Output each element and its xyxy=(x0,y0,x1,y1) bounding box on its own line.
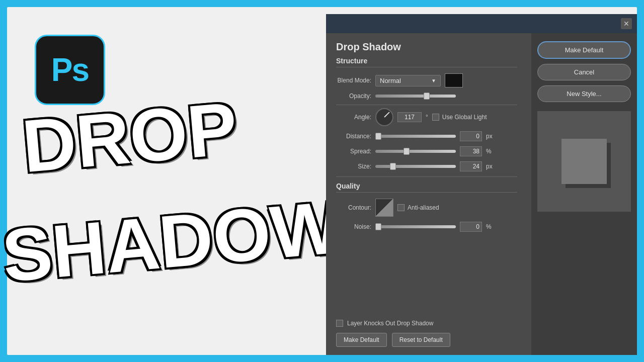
spread-label: Spread: xyxy=(336,148,371,155)
color-swatch[interactable] xyxy=(445,73,463,87)
angle-input[interactable] xyxy=(397,112,422,122)
dialog-panel: Drop Shadow Structure Blend Mode: Normal… xyxy=(326,33,637,355)
noise-slider[interactable] xyxy=(375,225,456,228)
dropdown-arrow-icon: ▼ xyxy=(431,78,436,83)
spread-unit: % xyxy=(486,148,492,155)
size-label: Size: xyxy=(336,163,371,170)
angle-degree-icon: ° xyxy=(426,114,428,121)
structure-section-title: Structure xyxy=(336,57,517,67)
angle-row: Angle: ° Use Global Light xyxy=(336,108,517,126)
angle-dial[interactable] xyxy=(375,108,393,126)
blend-mode-dropdown[interactable]: Normal ▼ xyxy=(375,75,441,86)
dialog-right: Make Default Cancel New Style... xyxy=(531,33,637,355)
dialog-left: Drop Shadow Structure Blend Mode: Normal… xyxy=(326,33,527,355)
opacity-row: Opacity: xyxy=(336,93,517,100)
drop-text: DROP xyxy=(19,91,240,184)
opacity-thumb[interactable] xyxy=(424,93,430,100)
distance-thumb[interactable] xyxy=(375,133,381,140)
contour-row: Contour: Anti-aliased xyxy=(336,199,517,217)
quality-section-title: Quality xyxy=(336,182,517,193)
size-input[interactable] xyxy=(460,161,482,171)
noise-label: Noise: xyxy=(336,223,371,230)
reset-default-button[interactable]: Reset to Default xyxy=(392,333,450,347)
angle-dial-indicator xyxy=(384,112,389,117)
blend-mode-value: Normal xyxy=(380,77,401,84)
angle-label: Angle: xyxy=(336,114,371,121)
make-default-right-button[interactable]: Make Default xyxy=(537,41,631,59)
blend-mode-label: Blend Mode: xyxy=(336,77,371,84)
bottom-row: Make Default Reset to Default xyxy=(336,333,450,347)
size-unit: px xyxy=(486,163,493,170)
contour-label: Contour: xyxy=(336,204,371,211)
hero-line2: SHADOW! xyxy=(0,183,369,297)
distance-input[interactable] xyxy=(460,131,482,141)
preview-box xyxy=(537,111,631,212)
divider1 xyxy=(336,105,517,105)
noise-unit: % xyxy=(486,223,492,230)
distance-unit: px xyxy=(486,133,493,140)
use-global-light-label[interactable]: Use Global Light xyxy=(432,114,487,121)
preview-shadow-square xyxy=(561,139,607,184)
layer-knocks-checkbox[interactable] xyxy=(336,320,343,327)
new-style-button[interactable]: New Style... xyxy=(537,85,631,102)
noise-thumb[interactable] xyxy=(375,223,381,230)
opacity-slider[interactable] xyxy=(375,95,456,98)
spread-slider[interactable] xyxy=(375,150,456,153)
contour-picker[interactable] xyxy=(375,199,393,217)
anti-aliased-text: Anti-aliased xyxy=(408,204,439,211)
anti-aliased-checkbox[interactable] xyxy=(397,204,405,211)
divider2 xyxy=(336,176,517,177)
title-bar: ✕ xyxy=(326,14,637,33)
ps-logo: Ps xyxy=(35,35,105,105)
size-slider[interactable] xyxy=(375,165,456,168)
spread-input[interactable] xyxy=(460,146,482,156)
spread-row: Spread: % xyxy=(336,146,517,156)
dialog-title: Drop Shadow xyxy=(336,41,517,53)
anti-aliased-label[interactable]: Anti-aliased xyxy=(397,204,439,211)
opacity-label: Opacity: xyxy=(336,93,371,100)
use-global-light-checkbox[interactable] xyxy=(432,114,439,121)
size-row: Size: px xyxy=(336,161,517,171)
distance-label: Distance: xyxy=(336,133,371,140)
cancel-button[interactable]: Cancel xyxy=(537,64,631,80)
distance-slider[interactable] xyxy=(375,135,456,138)
noise-input[interactable] xyxy=(460,222,482,232)
spread-thumb[interactable] xyxy=(404,148,410,155)
make-default-button[interactable]: Make Default xyxy=(336,333,387,347)
size-thumb[interactable] xyxy=(390,163,396,170)
ps-logo-text: Ps xyxy=(51,51,89,88)
shadow-text: SHADOW! xyxy=(0,188,369,293)
distance-row: Distance: px xyxy=(336,131,517,141)
noise-row: Noise: % xyxy=(336,222,517,232)
blend-mode-row: Blend Mode: Normal ▼ xyxy=(336,73,517,87)
canvas-area: Ps DROP SHADOW! ✕ Drop Shadow Structure … xyxy=(7,7,637,355)
close-button[interactable]: ✕ xyxy=(621,18,632,29)
layer-knocks-label: Layer Knocks Out Drop Shadow xyxy=(347,320,433,327)
layer-knocks-row: Layer Knocks Out Drop Shadow xyxy=(336,320,433,327)
use-global-light-text: Use Global Light xyxy=(442,114,487,121)
